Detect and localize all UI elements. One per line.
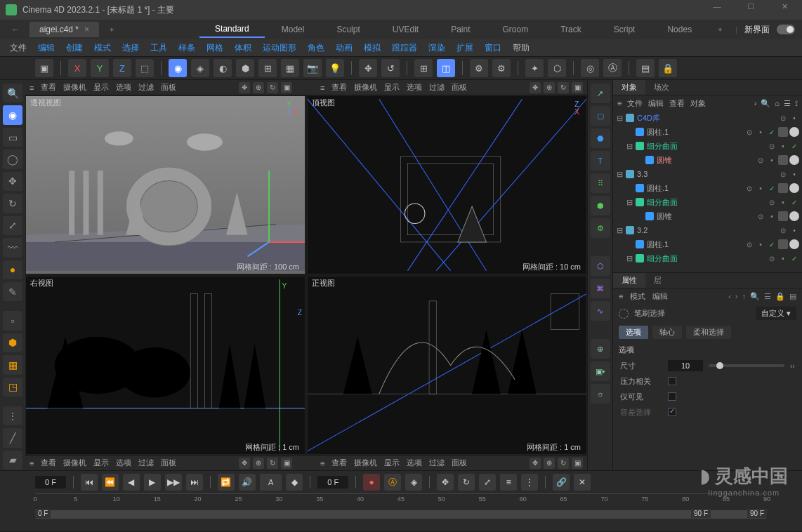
next-frame-button[interactable]: ▶▶ [165,474,182,491]
globe-icon[interactable]: ⊕ [591,339,610,359]
add-layout-button[interactable]: + [711,25,728,34]
edge-mode-button[interactable]: ╱ [3,428,22,447]
brush-tool[interactable]: 〰 [3,238,22,257]
hamburger-icon[interactable]: ≡ [320,459,324,467]
dot-tag-icon[interactable]: • [778,141,788,151]
axis-z-button[interactable]: Z [113,59,131,77]
vp-menu-cameras[interactable]: 摄像机 [63,82,86,93]
expand-icon[interactable]: ⊟ [616,114,623,123]
object-name[interactable]: 圆柱.1 [647,183,742,194]
render-view-button[interactable]: ⚙ [492,59,511,77]
layout-toggle[interactable] [777,25,795,34]
render-tag-icon[interactable]: ⊙ [744,239,754,249]
render-tag-icon[interactable]: ⊙ [767,141,777,151]
size-slider[interactable] [709,364,784,367]
key-scale-button[interactable]: ⤢ [479,474,496,491]
simulation-button[interactable]: ✦ [525,59,544,77]
om-menu-edit[interactable]: 编辑 [648,98,664,109]
menu-render[interactable]: 渲染 [424,41,449,55]
search-tool-icon[interactable]: 🔍 [3,84,22,102]
model-mode-button[interactable]: ▫ [3,311,22,330]
dot-tag-icon[interactable]: • [767,155,777,165]
key-param-button[interactable]: ≡ [500,474,517,491]
mat-tag-icon[interactable] [789,211,799,221]
camera-button[interactable]: 📷 [303,59,322,77]
axis-x-button[interactable]: X [68,59,86,77]
menu-mesh[interactable]: 网格 [202,41,228,55]
deformer-button[interactable]: ⬢ [236,59,254,77]
vp-menu-filter[interactable]: 过滤 [138,82,154,93]
workplane-button[interactable]: ◳ [3,378,22,397]
vp-zoom-icon[interactable]: ⊕ [544,82,555,93]
render-tag-icon[interactable]: ⊙ [767,197,777,207]
range-end[interactable]: 90 F [691,509,711,518]
object-tree[interactable]: ⊟C4D库⊙•圆柱.1⊙•✓⊟细分曲面⊙•✓圆锥⊙•⊟3.3⊙•圆柱.1⊙•✓⊟… [613,111,802,272]
menu-tracker[interactable]: 跟踪器 [388,41,421,55]
vp-pan-icon[interactable]: ✥ [530,82,541,93]
warp-icon[interactable]: ⌘ [591,279,610,298]
menu-simulate[interactable]: 模拟 [360,41,385,55]
expand-icon[interactable]: ⊟ [626,254,633,263]
world-axis-button[interactable]: ⬚ [136,59,154,77]
scale-tool[interactable]: ⤢ [3,216,22,235]
tree-row[interactable]: 圆柱.1⊙•✓ [613,237,802,251]
tree-row[interactable]: 圆锥⊙• [613,209,802,223]
dot-tag-icon[interactable]: • [767,211,777,221]
box-tag-icon[interactable] [778,183,788,193]
objects-tab[interactable]: 对象 [613,80,645,95]
key-rot-button[interactable]: ↻ [458,474,475,491]
box-tag-icon[interactable] [778,211,788,221]
make-editable-button[interactable]: ▣ [35,59,53,77]
tree-row[interactable]: ⊟细分曲面⊙•✓ [613,195,802,209]
stepper-icon[interactable]: ‹› [790,361,795,370]
pressure-checkbox[interactable] [668,377,676,385]
custom-dropdown[interactable]: 自定义 ▾ [756,307,796,320]
link-button[interactable]: 🔗 [553,474,570,491]
chevron-right-icon[interactable]: › [754,99,757,108]
menu-tools[interactable]: 工具 [146,41,171,55]
key-pla-button[interactable]: ⋮ [521,474,538,491]
mat-tag-icon[interactable] [789,239,799,249]
node-icon[interactable]: ∿ [591,301,610,321]
hex-icon[interactable]: ⬡ [591,256,610,276]
attr-tab-soft[interactable]: 柔和选择 [686,326,731,339]
object-name[interactable]: 细分曲面 [647,197,764,208]
layout-tab-nodes[interactable]: Nodes [652,22,707,37]
nav-up-icon[interactable]: ↑ [742,292,747,301]
tolerance-checkbox[interactable] [668,408,676,416]
tree-row[interactable]: 圆柱.1⊙•✓ [613,181,802,195]
filter-icon[interactable]: ☰ [764,292,771,301]
box-tag-icon[interactable] [778,155,788,165]
goto-end-button[interactable]: ⏭ [186,474,203,491]
light-bulb-icon[interactable]: ☼ [591,384,610,404]
asset-browser-button[interactable]: ◎ [581,59,599,77]
menu-extensions[interactable]: 扩展 [452,41,478,55]
render-tag-icon[interactable]: ⊙ [744,127,754,137]
vp-maximize-icon[interactable]: ▣ [281,82,292,93]
expand-icon[interactable]: ⊟ [616,226,623,235]
attr-menu-edit[interactable]: 编辑 [652,291,668,302]
attr-menu-mode[interactable]: 模式 [630,291,645,302]
menu-icon[interactable]: ▤ [789,292,796,301]
vp-menu-panel[interactable]: 面板 [161,82,176,93]
vp-rotate-icon[interactable]: ↻ [267,82,278,93]
autoplay-button[interactable]: A [260,474,282,491]
render-settings-button[interactable]: ⚙ [470,59,488,77]
cube-primitive-button[interactable]: ◉ [169,59,187,77]
search-icon[interactable]: 🔍 [750,292,760,301]
tree-row[interactable]: ⊟C4D库⊙• [613,111,802,125]
tree-row[interactable]: 圆柱.1⊙•✓ [613,125,802,139]
point-mode-button[interactable]: ⋮ [3,406,22,425]
object-name[interactable]: 圆柱.1 [647,239,742,250]
range-max[interactable]: 90 F [747,509,767,518]
menu-select[interactable]: 选择 [118,41,143,55]
object-name[interactable]: 圆锥 [657,155,753,166]
dot-tag-icon[interactable]: • [789,169,799,179]
dot-tag-icon[interactable]: • [778,197,788,207]
cluster-icon[interactable]: ⬢ [591,196,610,215]
home-icon[interactable]: ⌂ [775,99,780,108]
takes-tab[interactable]: 场次 [645,80,678,95]
axis-y-button[interactable]: Y [91,59,109,77]
close-tab-icon[interactable]: × [84,25,89,34]
generator-button[interactable]: ◐ [213,59,232,77]
